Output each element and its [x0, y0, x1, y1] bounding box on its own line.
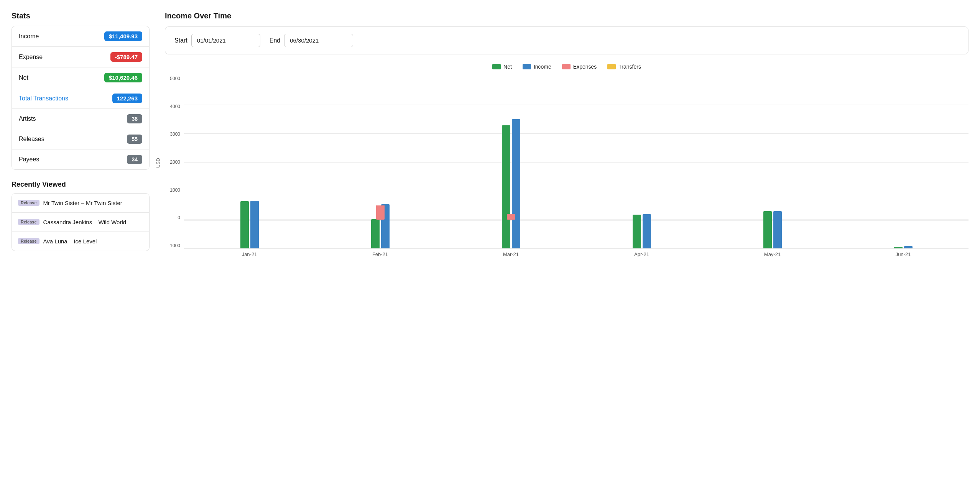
bar-net-1 [371, 219, 380, 248]
bar-income-3 [643, 214, 651, 248]
recent-text-1: Cassandra Jenkins – Wild World [43, 218, 126, 226]
bar-group-5 [838, 76, 968, 248]
y-tick: -1000 [168, 243, 180, 248]
bar-group-1 [315, 76, 446, 248]
bar-net-3 [633, 215, 641, 249]
bar-expense-2 [507, 214, 515, 220]
stat-badge-net: $10,620.46 [104, 73, 142, 82]
x-label-3: Apr-21 [576, 251, 707, 257]
stat-label-artists: Artists [19, 115, 36, 122]
chart-legend: NetIncomeExpensesTransfers [165, 64, 968, 70]
legend-item-expenses: Expenses [562, 64, 597, 70]
end-date-field: End [270, 34, 353, 47]
bar-net-0 [240, 201, 249, 248]
bar-group-3 [576, 76, 707, 248]
y-tick: 2000 [170, 159, 180, 165]
stat-label-income: Income [19, 33, 39, 40]
end-label: End [270, 37, 280, 44]
y-tick: 0 [178, 215, 180, 220]
chart-area: 500040003000200010000-1000 USD Jan-21Feb… [165, 76, 968, 260]
stat-label-net: Net [19, 74, 28, 81]
stat-row-payees: Payees34 [12, 149, 149, 169]
stat-row-net: Net$10,620.46 [12, 67, 149, 88]
recent-tag-1: Release [18, 219, 39, 225]
stat-row-releases: Releases55 [12, 129, 149, 149]
bar-income-0 [250, 201, 259, 248]
y-tick: 1000 [170, 187, 180, 193]
bar-group-4 [707, 76, 838, 248]
chart-plot: Jan-21Feb-21Mar-21Apr-21May-21Jun-21 [184, 76, 968, 260]
stat-row-total-transactions[interactable]: Total Transactions122,263 [12, 88, 149, 109]
y-tick: 3000 [170, 131, 180, 137]
date-filter-box: Start End [165, 26, 968, 54]
x-label-0: Jan-21 [184, 251, 315, 257]
stat-badge-releases: 55 [127, 135, 142, 144]
stat-row-expense: Expense-$789.47 [12, 47, 149, 67]
y-axis: 500040003000200010000-1000 [165, 76, 184, 260]
x-label-1: Feb-21 [315, 251, 446, 257]
stat-badge-artists: 38 [127, 114, 142, 123]
legend-item-net: Net [492, 64, 512, 70]
y-tick: 4000 [170, 104, 180, 109]
x-label-4: May-21 [707, 251, 838, 257]
bar-net-4 [763, 211, 772, 248]
stat-badge-expense: -$789.47 [110, 52, 142, 62]
legend-swatch-transfers [607, 64, 616, 69]
bar-group-2 [446, 76, 576, 248]
bar-expense-1 [376, 205, 385, 220]
start-date-field: Start [174, 34, 260, 47]
bars-container [184, 76, 968, 248]
legend-swatch-expenses [562, 64, 571, 69]
legend-item-income: Income [523, 64, 551, 70]
stats-card: Income$11,409.93Expense-$789.47Net$10,62… [12, 26, 150, 170]
legend-label-net: Net [503, 64, 512, 70]
stat-badge-total-transactions: 122,263 [112, 94, 142, 103]
stat-label-total-transactions: Total Transactions [19, 95, 68, 102]
right-panel: Income Over Time Start End NetIncomeExpe… [165, 11, 968, 260]
left-panel: Stats Income$11,409.93Expense-$789.47Net… [12, 11, 150, 251]
x-label-5: Jun-21 [838, 251, 968, 257]
stat-badge-income: $11,409.93 [104, 31, 142, 41]
bar-net-2 [502, 125, 510, 248]
legend-swatch-income [523, 64, 531, 69]
legend-label-transfers: Transfers [618, 64, 641, 70]
recent-item-2[interactable]: ReleaseAva Luna – Ice Level [12, 232, 149, 251]
stat-label-releases: Releases [19, 136, 44, 143]
stat-row-artists: Artists38 [12, 109, 149, 129]
recent-item-0[interactable]: ReleaseMr Twin Sister – Mr Twin Sister [12, 194, 149, 213]
x-label-2: Mar-21 [446, 251, 576, 257]
recent-text-0: Mr Twin Sister – Mr Twin Sister [43, 199, 122, 207]
recently-viewed-title: Recently Viewed [12, 181, 150, 189]
bar-income-2 [512, 119, 520, 248]
stat-row-income: Income$11,409.93 [12, 26, 149, 47]
legend-label-income: Income [534, 64, 551, 70]
start-label: Start [174, 37, 187, 44]
recent-item-1[interactable]: ReleaseCassandra Jenkins – Wild World [12, 213, 149, 232]
stat-label-expense: Expense [19, 54, 43, 61]
legend-swatch-net [492, 64, 501, 69]
y-tick: 5000 [170, 76, 180, 81]
x-labels: Jan-21Feb-21Mar-21Apr-21May-21Jun-21 [184, 248, 968, 260]
chart-title: Income Over Time [165, 11, 968, 20]
bar-group-0 [184, 76, 315, 248]
start-date-input[interactable] [191, 34, 260, 47]
main-layout: Stats Income$11,409.93Expense-$789.47Net… [12, 11, 968, 260]
stat-label-payees: Payees [19, 156, 39, 163]
stat-badge-payees: 34 [127, 155, 142, 164]
stats-title: Stats [12, 11, 150, 20]
legend-label-expenses: Expenses [573, 64, 597, 70]
recently-viewed-card: ReleaseMr Twin Sister – Mr Twin SisterRe… [12, 193, 150, 251]
chart-container: NetIncomeExpensesTransfers 5000400030002… [165, 64, 968, 260]
recent-tag-2: Release [18, 238, 39, 244]
bar-income-4 [773, 211, 782, 249]
y-axis-usd-label: USD [156, 158, 161, 167]
legend-item-transfers: Transfers [607, 64, 641, 70]
end-date-input[interactable] [284, 34, 353, 47]
recent-text-2: Ava Luna – Ice Level [43, 237, 97, 245]
recent-tag-0: Release [18, 200, 39, 206]
